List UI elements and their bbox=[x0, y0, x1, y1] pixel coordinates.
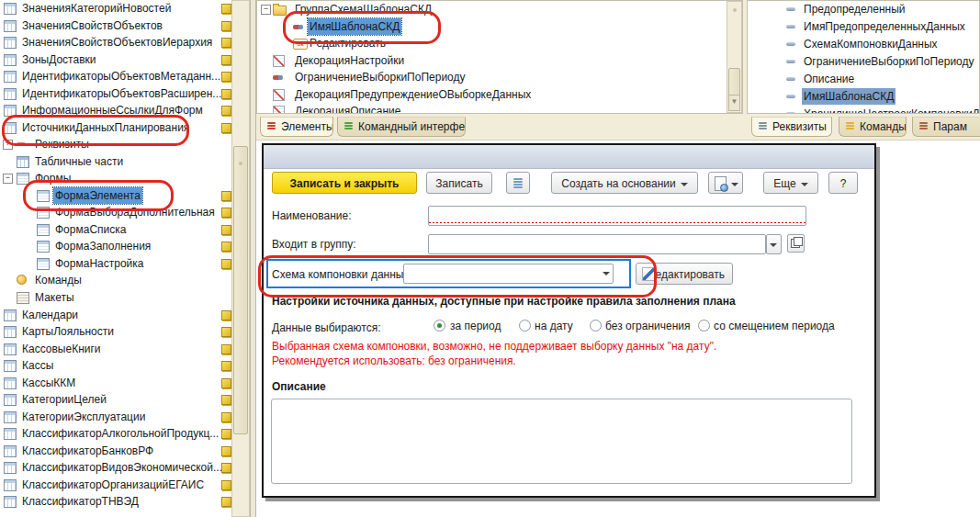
tree-item[interactable]: ФормаЗаполнения bbox=[0, 238, 231, 254]
tab-parameters[interactable]: Парам bbox=[912, 117, 980, 137]
tree-item[interactable]: ФормаСписка bbox=[0, 221, 231, 238]
annotation-oval bbox=[258, 255, 657, 298]
form-element-item[interactable]: ДекорацияПредупреждениеОВыборкеДанных bbox=[257, 86, 721, 103]
tree-item[interactable]: Команды bbox=[0, 272, 231, 288]
save-and-close-button[interactable]: Записать и закрыть bbox=[272, 172, 417, 194]
chevron-down-icon bbox=[681, 183, 688, 186]
item-label: Календари bbox=[20, 307, 80, 323]
attribute-item[interactable]: Описание bbox=[748, 71, 980, 87]
tree-item[interactable]: Табличные части bbox=[0, 153, 231, 170]
save-button[interactable]: Записать bbox=[426, 172, 492, 194]
reports-icon-button[interactable] bbox=[708, 172, 743, 194]
item-label: Описание bbox=[802, 71, 856, 87]
description-textarea[interactable] bbox=[271, 399, 852, 484]
tree-item[interactable]: ЗначенияСвойствОбъектовИерархия bbox=[0, 34, 231, 51]
brown-stack-icon bbox=[919, 122, 928, 131]
item-label: ЗначенияСвойствОбъектовИерархия bbox=[20, 34, 214, 51]
radio-label[interactable]: за период bbox=[450, 319, 501, 333]
name-input[interactable] bbox=[428, 206, 806, 226]
group-dropdown-button[interactable] bbox=[766, 234, 782, 254]
grid-icon bbox=[4, 428, 17, 440]
form-element-item[interactable]: ОграничениеВыборкиПоПериоду bbox=[257, 69, 721, 85]
item-label: ЗначенияКатегорийНовостей bbox=[20, 0, 173, 17]
tree-item[interactable]: ЗначенияСвойствОбъектов bbox=[0, 17, 231, 34]
tree-item[interactable]: ЗоныДоставки bbox=[0, 51, 231, 68]
attribute-item[interactable]: ИмяПредопределенныхДанных bbox=[748, 18, 980, 35]
group-input[interactable] bbox=[428, 234, 766, 254]
deco-icon bbox=[273, 89, 285, 101]
gray-stack-icon bbox=[759, 122, 767, 131]
chevron-down-icon bbox=[770, 243, 777, 247]
form-icon bbox=[37, 258, 50, 270]
group-open-button[interactable] bbox=[787, 234, 805, 253]
tree-item[interactable]: КлассификаторАлкогольнойПродукц... bbox=[0, 425, 231, 442]
database-cube-icon bbox=[221, 208, 231, 218]
tab-elements[interactable]: Элементы bbox=[260, 117, 333, 137]
tree-item[interactable]: КассыККМ bbox=[0, 375, 231, 391]
tree-item[interactable]: Кассы bbox=[0, 357, 231, 374]
radio-label[interactable]: без ограничения bbox=[605, 319, 690, 333]
database-cube-icon bbox=[221, 327, 231, 337]
tree-item[interactable]: ИдентификаторыОбъектовРасширен... bbox=[0, 85, 231, 102]
panel-splitter[interactable] bbox=[250, 0, 256, 517]
warning-line-2: Рекомендуется использовать: без ограниче… bbox=[272, 354, 516, 367]
tab-command-interface[interactable]: Командный интерфейс bbox=[337, 117, 466, 137]
grid-icon bbox=[4, 377, 17, 389]
tree-item[interactable]: КлассификаторТНВЭД bbox=[0, 493, 231, 510]
attribute-item[interactable]: Предопределенный bbox=[748, 1, 980, 17]
tree-item[interactable]: Макеты bbox=[0, 289, 231, 306]
radio-label[interactable]: на дату bbox=[535, 319, 573, 333]
tree-item[interactable]: ЗначенияКатегорийНовостей bbox=[0, 0, 231, 17]
scrollbar-thumb[interactable] bbox=[728, 68, 740, 97]
metadata-tree-panel: ЗначенияКатегорийНовостейЗначенияСвойств… bbox=[0, 0, 250, 517]
attribute-item[interactable]: СхемаКомпоновкиДанных bbox=[748, 36, 980, 52]
expander-minus-icon[interactable]: − bbox=[261, 5, 271, 15]
tree-item[interactable]: КлассификаторВидовЭкономической... bbox=[0, 459, 231, 476]
radio-1[interactable] bbox=[434, 320, 445, 332]
attribute-item[interactable]: ОграничениеВыборкиПоПериоду bbox=[748, 53, 980, 70]
attribute-item[interactable]: ХранилищеНастроекКомпоновкиДан bbox=[748, 106, 980, 114]
database-cube-icon bbox=[221, 480, 231, 490]
tree-item[interactable]: КартыЛояльности bbox=[0, 323, 231, 340]
tree-item[interactable]: ИдентификаторыОбъектовМетаданн... bbox=[0, 68, 231, 84]
scrollbar-thumb[interactable] bbox=[233, 146, 248, 434]
tree-item[interactable]: КатегорииЦелей bbox=[0, 391, 231, 408]
item-label: ДекорацияПредупреждениеОВыборкеДанных bbox=[293, 86, 533, 103]
form-element-item[interactable]: ДекорацияОписание bbox=[257, 103, 721, 114]
tab-attributes[interactable]: Реквизиты bbox=[751, 117, 832, 137]
attrdash-icon bbox=[786, 7, 795, 11]
item-label: ОграничениеВыборкиПоПериоду bbox=[293, 69, 467, 85]
table-icon bbox=[17, 156, 29, 168]
radio-4[interactable] bbox=[698, 320, 710, 332]
left-tree-scrollbar[interactable] bbox=[231, 0, 250, 517]
tree-item[interactable]: КатегорииЭксплуатации bbox=[0, 409, 231, 425]
item-label: КартыЛояльности bbox=[20, 323, 116, 340]
database-cube-icon bbox=[221, 38, 231, 48]
grid-icon bbox=[4, 326, 17, 338]
more-button[interactable]: Еще bbox=[763, 172, 818, 194]
radio-label[interactable]: со смещением периода bbox=[714, 319, 835, 333]
item-label: Кассы bbox=[20, 357, 55, 374]
form-element-item[interactable]: ДекорацияНастройки bbox=[257, 52, 721, 69]
description-label: Описание bbox=[272, 380, 326, 393]
form-titlebar[interactable] bbox=[264, 145, 874, 169]
tab-commands[interactable]: Команды bbox=[839, 117, 907, 137]
scrollbar-down-button[interactable]: ▼ bbox=[728, 95, 740, 111]
tree-item[interactable]: КлассификаторБанковРФ bbox=[0, 443, 231, 459]
tree-item[interactable]: ФормаНастройка bbox=[0, 255, 231, 272]
item-label: ОграничениеВыборкиПоПериоду bbox=[802, 53, 976, 70]
data-select-label: Данные выбираются: bbox=[272, 318, 381, 338]
tree-item[interactable]: Календари bbox=[0, 307, 231, 323]
create-from-button[interactable]: Создать на основании bbox=[551, 172, 698, 194]
tab-label: Парам bbox=[933, 120, 967, 133]
radio-2[interactable] bbox=[519, 320, 531, 332]
list-icon-button[interactable] bbox=[506, 172, 530, 194]
radio-3[interactable] bbox=[590, 320, 602, 332]
tree-item[interactable]: КлассификаторОрганизацийЕГАИС bbox=[0, 477, 231, 493]
tab-label: Элементы bbox=[281, 120, 333, 133]
help-button[interactable]: ? bbox=[828, 172, 858, 194]
expander-minus-icon[interactable]: − bbox=[3, 174, 13, 184]
tree-item[interactable]: КассовыеКниги bbox=[0, 341, 231, 357]
attribute-item[interactable]: ИмяШаблонаСКД bbox=[748, 88, 980, 105]
elements-scrollbar[interactable]: ▼ bbox=[727, 1, 742, 113]
